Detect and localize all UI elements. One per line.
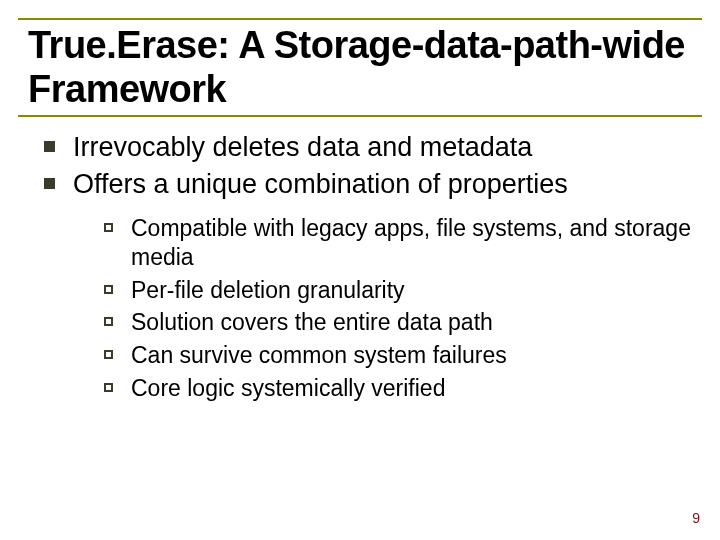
slide: True.Erase: A Storage-data-path-wide Fra… xyxy=(0,0,720,540)
bullet-level2: Compatible with legacy apps, file system… xyxy=(104,214,692,272)
bullet-text: Compatible with legacy apps, file system… xyxy=(131,214,692,272)
hollow-square-bullet-icon xyxy=(104,350,113,359)
bullet-text: Core logic systemically verified xyxy=(131,374,445,403)
sub-bullets: Compatible with legacy apps, file system… xyxy=(44,214,692,403)
bullet-level2: Core logic systemically verified xyxy=(104,374,692,403)
bullet-level1: Offers a unique combination of propertie… xyxy=(44,168,692,200)
bullet-text: Solution covers the entire data path xyxy=(131,308,493,337)
hollow-square-bullet-icon xyxy=(104,383,113,392)
slide-body: Irrevocably deletes data and metadata Of… xyxy=(28,131,692,402)
hollow-square-bullet-icon xyxy=(104,223,113,232)
bullet-level2: Solution covers the entire data path xyxy=(104,308,692,337)
title-rule-top xyxy=(18,18,702,20)
bullet-level2: Can survive common system failures xyxy=(104,341,692,370)
title-rule-bottom xyxy=(18,115,702,117)
page-number: 9 xyxy=(692,510,700,526)
bullet-text: Can survive common system failures xyxy=(131,341,507,370)
slide-title: True.Erase: A Storage-data-path-wide Fra… xyxy=(28,24,692,111)
square-bullet-icon xyxy=(44,178,55,189)
hollow-square-bullet-icon xyxy=(104,317,113,326)
bullet-text: Per-file deletion granularity xyxy=(131,276,405,305)
bullet-text: Irrevocably deletes data and metadata xyxy=(73,131,532,163)
bullet-level2: Per-file deletion granularity xyxy=(104,276,692,305)
square-bullet-icon xyxy=(44,141,55,152)
bullet-text: Offers a unique combination of propertie… xyxy=(73,168,568,200)
hollow-square-bullet-icon xyxy=(104,285,113,294)
bullet-level1: Irrevocably deletes data and metadata xyxy=(44,131,692,163)
